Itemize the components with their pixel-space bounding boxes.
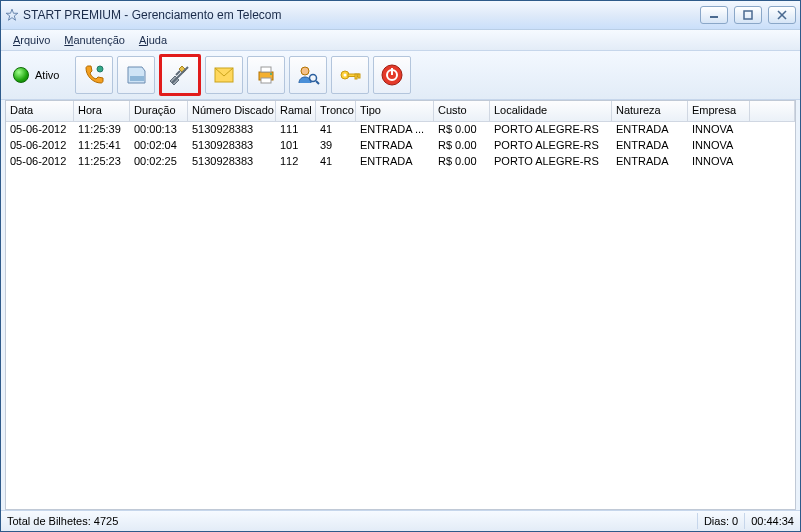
- col-filler: [750, 101, 795, 121]
- svg-rect-11: [261, 67, 271, 72]
- table-row[interactable]: 05-06-201211:25:2300:02:2551309283831124…: [6, 154, 795, 170]
- col-numero[interactable]: Número Discado: [188, 101, 276, 121]
- status-clock: 00:44:34: [745, 513, 800, 529]
- col-duracao[interactable]: Duração: [130, 101, 188, 121]
- svg-point-15: [310, 75, 317, 82]
- cell-loc: PORTO ALEGRE-RS: [490, 138, 612, 154]
- status-indicator: Ativo: [7, 63, 65, 87]
- svg-rect-21: [358, 74, 360, 78]
- cell-ramal: 111: [276, 122, 316, 138]
- power-button[interactable]: [373, 56, 411, 94]
- cell-ramal: 112: [276, 154, 316, 170]
- cell-data: 05-06-2012: [6, 138, 74, 154]
- status-total: Total de Bilhetes: 4725: [1, 513, 698, 529]
- svg-point-18: [344, 74, 347, 77]
- svg-point-13: [270, 73, 272, 75]
- cell-tronco: 39: [316, 138, 356, 154]
- user-search-button[interactable]: [289, 56, 327, 94]
- menubar: Arquivo Manutenção Ajuda: [1, 30, 800, 51]
- close-button[interactable]: [768, 6, 796, 24]
- cell-custo: R$ 0.00: [434, 154, 490, 170]
- cell-data: 05-06-2012: [6, 154, 74, 170]
- cell-hora: 11:25:41: [74, 138, 130, 154]
- grid-header: Data Hora Duração Número Discado Ramal T…: [6, 101, 795, 122]
- cell-emp: INNOVA: [688, 138, 750, 154]
- cell-tronco: 41: [316, 154, 356, 170]
- minimize-button[interactable]: [700, 6, 728, 24]
- svg-rect-6: [130, 76, 144, 81]
- database-button[interactable]: [117, 56, 155, 94]
- svg-rect-2: [744, 11, 752, 19]
- col-ramal[interactable]: Ramal: [276, 101, 316, 121]
- grid-body[interactable]: 05-06-201211:25:3900:00:1351309283831114…: [6, 122, 795, 509]
- cell-tipo: ENTRADA ...: [356, 122, 434, 138]
- table-row[interactable]: 05-06-201211:25:3900:00:1351309283831114…: [6, 122, 795, 138]
- svg-point-5: [97, 66, 103, 72]
- col-natureza[interactable]: Natureza: [612, 101, 688, 121]
- cell-num: 5130928383: [188, 154, 276, 170]
- svg-marker-0: [6, 9, 18, 20]
- mail-button[interactable]: [205, 56, 243, 94]
- cell-tronco: 41: [316, 122, 356, 138]
- cell-emp: INNOVA: [688, 154, 750, 170]
- print-button[interactable]: [247, 56, 285, 94]
- statusbar: Total de Bilhetes: 4725 Dias: 0 00:44:34: [1, 510, 800, 531]
- svg-rect-20: [355, 74, 357, 79]
- col-hora[interactable]: Hora: [74, 101, 130, 121]
- maximize-button[interactable]: [734, 6, 762, 24]
- calls-button[interactable]: [75, 56, 113, 94]
- col-empresa[interactable]: Empresa: [688, 101, 750, 121]
- cell-nat: ENTRADA: [612, 138, 688, 154]
- status-led-icon: [13, 67, 29, 83]
- cell-nat: ENTRADA: [612, 154, 688, 170]
- key-button[interactable]: [331, 56, 369, 94]
- cell-dur: 00:02:04: [130, 138, 188, 154]
- svg-rect-1: [710, 16, 718, 18]
- cell-hora: 11:25:23: [74, 154, 130, 170]
- cell-dur: 00:02:25: [130, 154, 188, 170]
- app-icon: [5, 8, 19, 22]
- col-custo[interactable]: Custo: [434, 101, 490, 121]
- status-label: Ativo: [35, 69, 59, 81]
- app-window: START PREMIUM - Gerenciamento em Telecom…: [0, 0, 801, 532]
- toolbar: Ativo: [1, 51, 800, 100]
- cell-custo: R$ 0.00: [434, 138, 490, 154]
- cell-hora: 11:25:39: [74, 122, 130, 138]
- window-title: START PREMIUM - Gerenciamento em Telecom: [23, 8, 700, 22]
- col-data[interactable]: Data: [6, 101, 74, 121]
- table-row[interactable]: 05-06-201211:25:4100:02:0451309283831013…: [6, 138, 795, 154]
- cell-loc: PORTO ALEGRE-RS: [490, 154, 612, 170]
- cell-nat: ENTRADA: [612, 122, 688, 138]
- menu-arquivo[interactable]: Arquivo: [7, 32, 56, 48]
- titlebar: START PREMIUM - Gerenciamento em Telecom: [1, 1, 800, 30]
- cell-ramal: 101: [276, 138, 316, 154]
- cell-dur: 00:00:13: [130, 122, 188, 138]
- svg-rect-12: [261, 78, 271, 83]
- col-tipo[interactable]: Tipo: [356, 101, 434, 121]
- cell-num: 5130928383: [188, 122, 276, 138]
- data-grid: Data Hora Duração Número Discado Ramal T…: [5, 100, 796, 510]
- tools-button[interactable]: [159, 54, 201, 96]
- cell-emp: INNOVA: [688, 122, 750, 138]
- window-controls: [700, 6, 796, 24]
- cell-tipo: ENTRADA: [356, 154, 434, 170]
- col-localidade[interactable]: Localidade: [490, 101, 612, 121]
- cell-custo: R$ 0.00: [434, 122, 490, 138]
- cell-loc: PORTO ALEGRE-RS: [490, 122, 612, 138]
- cell-tipo: ENTRADA: [356, 138, 434, 154]
- cell-num: 5130928383: [188, 138, 276, 154]
- menu-manutencao[interactable]: Manutenção: [58, 32, 131, 48]
- svg-line-16: [316, 81, 319, 84]
- status-dias: Dias: 0: [698, 513, 745, 529]
- svg-point-14: [301, 67, 309, 75]
- col-tronco[interactable]: Tronco: [316, 101, 356, 121]
- cell-data: 05-06-2012: [6, 122, 74, 138]
- menu-ajuda[interactable]: Ajuda: [133, 32, 173, 48]
